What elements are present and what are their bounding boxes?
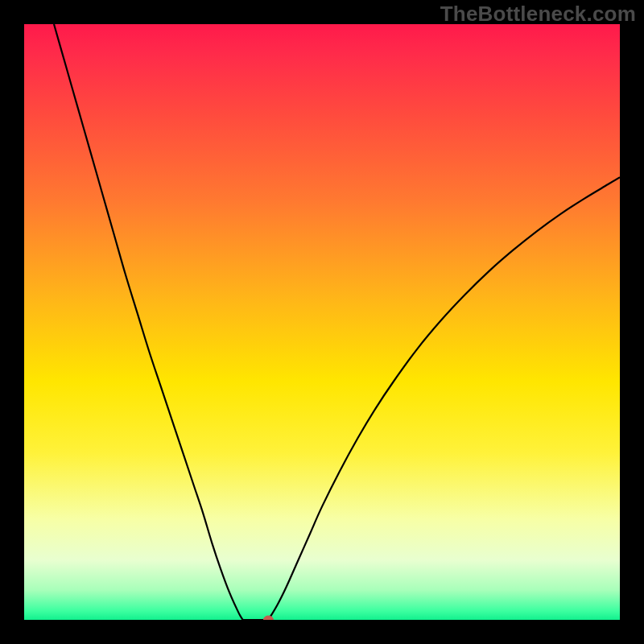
chart-frame: TheBottleneck.com bbox=[0, 0, 644, 644]
plot-area bbox=[24, 24, 620, 620]
watermark-text: TheBottleneck.com bbox=[440, 2, 636, 27]
gradient-background bbox=[24, 24, 620, 620]
bottleneck-plot bbox=[24, 24, 620, 620]
